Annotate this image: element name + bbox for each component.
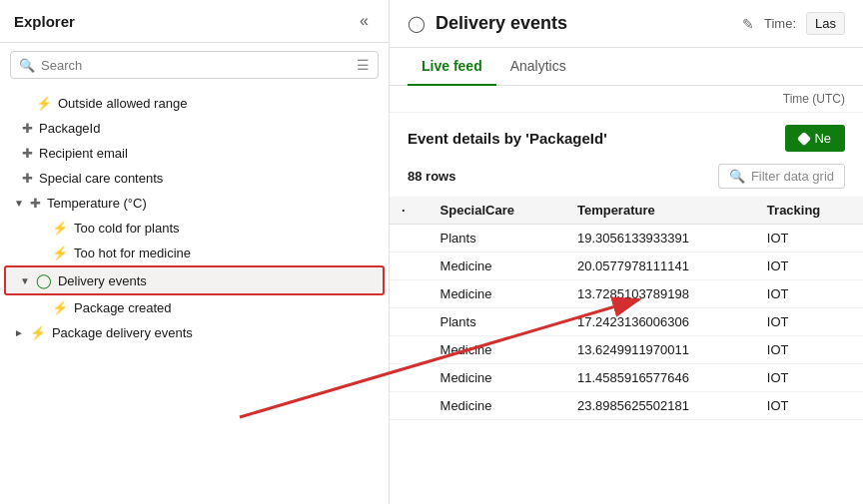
time-value[interactable]: Las (806, 12, 845, 35)
time-label: Time: (764, 16, 796, 31)
sidebar-item-packageid[interactable]: ✚ PackageId (0, 116, 389, 141)
table-row[interactable]: Medicine 11.4585916577646 IOT (390, 364, 863, 392)
col-tracking[interactable]: Tracking (755, 197, 863, 225)
cell-specialcare: Medicine (429, 364, 565, 392)
cell-temperature: 19.3056133933391 (565, 225, 755, 252)
sidebar-item-package-delivery-events[interactable]: ► ⚡ Package delivery events (0, 320, 389, 345)
sidebar: Explorer « 🔍 ☰ ⚡ Outside allowed range ✚… (0, 0, 390, 504)
cell-tracking: IOT (755, 308, 863, 336)
sidebar-item-recipient-email[interactable]: ✚ Recipient email (0, 141, 389, 166)
bolt-icon: ⚡ (36, 96, 52, 111)
tab-analytics[interactable]: Analytics (496, 48, 580, 86)
cell-temperature: 13.7285103789198 (565, 280, 755, 308)
time-utc-header: Time (UTC) (390, 86, 863, 113)
main-panel: ◯ Delivery events ✎ Time: Las Live feed … (390, 0, 863, 504)
event-details-title: Event details by 'PackageId' (408, 130, 607, 147)
rows-info: 88 rows 🔍 Filter data grid (390, 160, 863, 197)
table-row[interactable]: Medicine 20.0577978111141 IOT (390, 252, 863, 280)
event-details-header: Event details by 'PackageId' Ne (390, 113, 863, 160)
col-specialcare[interactable]: SpecialCare (429, 197, 565, 225)
sidebar-collapse-button[interactable]: « (354, 10, 375, 32)
sidebar-item-special-care[interactable]: ✚ Special care contents (0, 166, 389, 191)
bolt-icon: ⚡ (52, 221, 68, 236)
content-area: Time (UTC) Event details by 'PackageId' … (390, 86, 863, 504)
sidebar-item-label: Special care contents (39, 171, 163, 186)
sidebar-item-temperature[interactable]: ▼ ✚ Temperature (°C) (0, 191, 389, 216)
lightning-icon: ⚡ (30, 325, 46, 340)
cell-dot (390, 364, 429, 392)
sidebar-item-too-cold[interactable]: ⚡ Too cold for plants (0, 216, 389, 241)
search-input[interactable] (41, 58, 351, 73)
chevron-down-icon: ▼ (14, 198, 24, 209)
table-row[interactable]: Medicine 13.6249911970011 IOT (390, 336, 863, 364)
cell-dot (390, 252, 429, 280)
cell-dot (390, 280, 429, 308)
sidebar-header: Explorer « (0, 0, 389, 43)
sidebar-item-label: PackageId (39, 121, 100, 136)
edit-icon[interactable]: ✎ (742, 16, 754, 32)
tab-bar: Live feed Analytics (390, 48, 863, 86)
results-table: · SpecialCare Temperature Tracking Plant… (390, 197, 863, 420)
col-temperature[interactable]: Temperature (565, 197, 755, 225)
tag-icon: ✚ (22, 171, 33, 186)
col-dot: · (390, 197, 429, 225)
sidebar-item-label: Delivery events (58, 273, 147, 288)
sidebar-item-delivery-events[interactable]: ▼ ◯ Delivery events (4, 265, 385, 295)
new-button[interactable]: Ne (785, 125, 845, 152)
chevron-right-icon: ► (14, 327, 24, 338)
page-title: Delivery events (435, 13, 726, 34)
cell-dot (390, 308, 429, 336)
bolt-icon: ⚡ (52, 300, 68, 315)
sidebar-item-label: Temperature (°C) (47, 196, 147, 211)
cell-dot (390, 336, 429, 364)
tag-icon: ✚ (30, 196, 41, 211)
tag-icon: ✚ (22, 121, 33, 136)
sidebar-item-too-hot[interactable]: ⚡ Too hot for medicine (0, 241, 389, 265)
sidebar-item-label: Package delivery events (52, 325, 193, 340)
sidebar-item-outside-allowed-range[interactable]: ⚡ Outside allowed range (0, 91, 389, 116)
tag-icon: ✚ (22, 146, 33, 161)
events-icon: ◯ (36, 272, 52, 288)
filter-box[interactable]: 🔍 Filter data grid (718, 164, 845, 189)
table-row[interactable]: Plants 17.2423136006306 IOT (390, 308, 863, 336)
filter-icon[interactable]: ☰ (357, 57, 370, 73)
sidebar-item-label: Outside allowed range (58, 96, 187, 111)
cell-temperature: 11.4585916577646 (565, 364, 755, 392)
cell-temperature: 17.2423136006306 (565, 308, 755, 336)
search-icon: 🔍 (729, 169, 745, 184)
sidebar-item-label: Too cold for plants (74, 221, 180, 236)
main-header: ◯ Delivery events ✎ Time: Las (390, 0, 863, 48)
cell-specialcare: Plants (429, 225, 565, 252)
cell-tracking: IOT (755, 392, 863, 420)
table-row[interactable]: Medicine 23.8985625502181 IOT (390, 392, 863, 420)
cell-specialcare: Plants (429, 308, 565, 336)
rows-count: 88 rows (408, 169, 455, 184)
cell-tracking: IOT (755, 252, 863, 280)
cell-tracking: IOT (755, 336, 863, 364)
tab-live-feed[interactable]: Live feed (408, 48, 496, 86)
cell-tracking: IOT (755, 280, 863, 308)
cell-dot (390, 392, 429, 420)
bolt-icon: ⚡ (52, 246, 68, 260)
cell-tracking: IOT (755, 225, 863, 252)
sidebar-title: Explorer (14, 13, 75, 30)
table-row[interactable]: Medicine 13.7285103789198 IOT (390, 280, 863, 308)
sidebar-item-label: Too hot for medicine (74, 246, 191, 260)
table-row[interactable]: Plants 19.3056133933391 IOT (390, 225, 863, 252)
cell-specialcare: Medicine (429, 392, 565, 420)
cell-specialcare: Medicine (429, 336, 565, 364)
diamond-icon (797, 131, 811, 145)
cell-dot (390, 225, 429, 252)
cell-specialcare: Medicine (429, 280, 565, 308)
table-header-row: · SpecialCare Temperature Tracking (390, 197, 863, 225)
cell-temperature: 20.0577978111141 (565, 252, 755, 280)
filter-label: Filter data grid (751, 169, 834, 184)
sidebar-list: ⚡ Outside allowed range ✚ PackageId ✚ Re… (0, 87, 389, 504)
cell-temperature: 23.8985625502181 (565, 392, 755, 420)
sidebar-item-package-created[interactable]: ⚡ Package created (0, 295, 389, 320)
data-table: · SpecialCare Temperature Tracking Plant… (390, 197, 863, 504)
sidebar-item-label: Recipient email (39, 146, 128, 161)
search-icon: 🔍 (19, 58, 35, 73)
cell-tracking: IOT (755, 364, 863, 392)
sidebar-search-box[interactable]: 🔍 ☰ (10, 51, 379, 79)
